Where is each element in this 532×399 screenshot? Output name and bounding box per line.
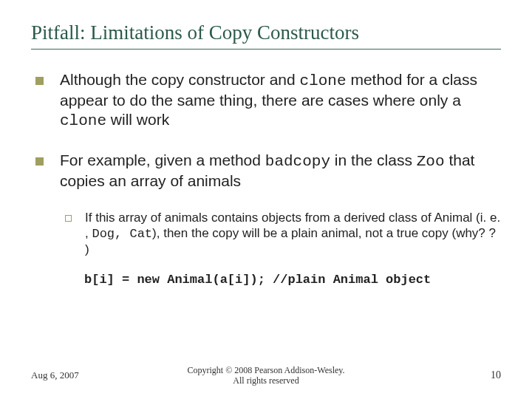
code-span: clone	[60, 112, 106, 129]
footer-date: Aug 6, 2007	[31, 369, 79, 381]
hollow-square-bullet-icon	[65, 215, 72, 222]
footer-copyright: Copyright © 2008 Pearson Addison-Wesley.…	[187, 365, 344, 386]
code-span: Zoo	[417, 153, 445, 170]
copyright-line: Copyright © 2008 Pearson Addison-Wesley.	[187, 365, 344, 375]
code-span: badcopy	[265, 153, 330, 170]
bullet-item: For example, given a method badcopy in t…	[31, 151, 501, 190]
footer-page-number: 10	[491, 369, 501, 381]
text-span: will work	[106, 111, 169, 128]
square-bullet-icon	[35, 157, 44, 166]
sub-bullet-text: If this array of animals contains object…	[85, 211, 501, 257]
code-span: Dog, Cat	[92, 227, 152, 241]
bullet-item: Although the copy constructor and clone …	[31, 70, 501, 130]
slide: Pitfall: Limitations of Copy Constructor…	[0, 0, 532, 399]
code-line: b[i] = new Animal(a[i]); //plain Animal …	[84, 273, 501, 287]
bullet-text: Although the copy constructor and clone …	[60, 70, 501, 130]
code-span: clone	[300, 72, 347, 89]
sub-bullet-item: If this array of animals contains object…	[65, 211, 501, 257]
footer: Aug 6, 2007 Copyright © 2008 Pearson Add…	[31, 369, 501, 381]
square-bullet-icon	[35, 77, 44, 85]
text-span: Although the copy constructor and	[60, 71, 300, 88]
title-underline	[31, 49, 501, 50]
text-span: in the class	[330, 151, 417, 168]
bullet-text: For example, given a method badcopy in t…	[60, 151, 501, 190]
page-title: Pitfall: Limitations of Copy Constructor…	[31, 21, 501, 44]
copyright-line: All rights reserved	[233, 375, 299, 386]
text-span: For example, given a method	[60, 151, 265, 168]
